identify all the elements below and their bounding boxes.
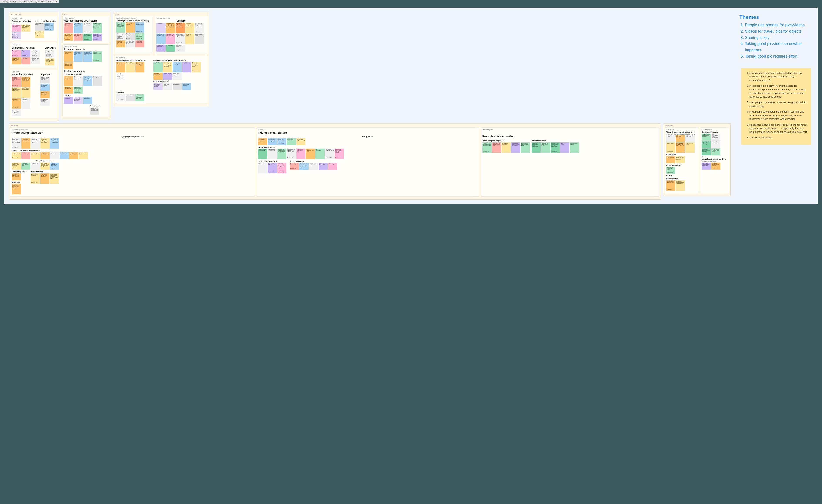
sticky-note[interactable]: photos because vidoes at 4k hard to capt… [35,31,44,38]
sticky-note[interactable]: minimed - do dark [163,73,172,80]
sticky-note[interactable]: Photos - digital cameraParticipant - WS [290,163,299,170]
sticky-note[interactable]: 'Good' means capture everything that she… [12,109,21,116]
sticky-note[interactable]: still frames but too many [570,142,579,153]
sticky-note[interactable]: Take videos only is rest intention of th… [135,22,144,33]
sticky-note[interactable]: Taking pictures mostly focus on social m… [64,76,73,86]
sticky-note[interactable]: Dislikes if they can see them but and fi… [277,163,286,173]
sticky-note[interactable]: Likes sharing these pictures and videos [73,97,83,104]
sticky-note[interactable]: dislike - light exposure - not right som… [12,173,21,180]
sticky-note[interactable]: pic is in movement [316,149,325,159]
sticky-note[interactable]: Wif better feature they can use [309,163,318,170]
sticky-note[interactable]: For photos, no - phone unlessParticipant… [83,23,92,33]
section-videos[interactable]: Videos Scenery, traveling, movement Trav… [113,12,209,106]
sticky-note[interactable]: camera can capture circumtanParticipant … [12,98,21,109]
sub-level[interactable]: Level of pro Beginner/Intermediate Defin… [10,43,57,68]
sticky-note[interactable]: Capture memory focus on [64,51,73,62]
sticky-note[interactable]: to be weird to preclect how it would tur… [12,163,21,170]
sticky-note[interactable]: Likes Physical experience [182,83,191,90]
sticky-note[interactable]: Screenrecor [156,23,165,33]
sub-clear-shot[interactable]: Clear shot Taking a clear picture Blurry… [257,127,479,197]
sticky-note[interactable]: Video - in she slides during video doesn… [175,23,185,33]
sticky-note[interactable]: videos is also to re-watch to actively w… [135,33,144,40]
sticky-note[interactable]: If traveling, I record either mode & vid… [116,22,125,33]
sticky-note[interactable]: Video when travelingParticipant - 9 [126,33,135,40]
sticky-note[interactable]: to airpark - EK [166,45,175,52]
sticky-note[interactable]: Takes a lot of pics when there is a view… [21,25,30,32]
sticky-note[interactable]: Pref camera [50,152,59,159]
sticky-note[interactable]: Intermediate [21,57,30,64]
sub-sharing[interactable]: Sharing with others To capture moments C… [62,44,109,117]
sticky-note[interactable]: Videos - takes them to share [135,40,144,47]
sticky-note[interactable]: Video taking like - Zooming feature - Mu… [135,62,144,72]
sticky-note[interactable]: use iphone for everything at theParticip… [172,62,182,72]
sticky-note[interactable]: Important as it's an important moment [40,84,50,91]
sticky-note[interactable]: With groups of pictures and short group … [83,51,92,62]
sticky-note[interactable]: like to take a selfie pics but not alway… [40,163,50,170]
sticky-note[interactable]: Doesn't use program or apss to enhance [702,148,711,155]
sticky-note[interactable]: Taking pictures at night in phones [258,149,267,159]
sticky-note[interactable]: Photo and I like to take pictures and vi… [12,57,21,64]
sub-photos-vs-videos[interactable]: Photos vs videos Photos more often than … [10,16,57,41]
sticky-note[interactable]: Photos - to share on media [93,76,102,86]
sticky-note[interactable]: Importance as somewhat - (willing 3) spe… [12,77,21,87]
sticky-note[interactable]: Something to change - nothing to change … [277,149,286,159]
section-nicetohave[interactable]: Nice-to-have Tips/advice Tips/Advice on … [663,123,731,196]
sub-people-enjoy[interactable]: People Enjoy… Shooting pictures/videos w… [115,55,208,103]
sticky-note[interactable]: What they put in photos - mostly shot [73,51,83,62]
sticky-note[interactable]: photos taking app - dislikes multiple co… [492,142,501,153]
sticky-note[interactable]: Defines himself as beginnerParticipant -… [12,50,21,57]
sticky-note[interactable]: Video taking experience - doesn't take t… [185,23,194,33]
sticky-note[interactable]: Videos - somehow need to compress to sto… [482,142,491,153]
section-painpoints[interactable]: Pain Points Photo taking takes work Phot… [9,123,661,200]
sticky-note[interactable]: taking a selfie to rotate to see [685,135,695,142]
sticky-note[interactable]: Camera mode: messaging services [153,83,162,90]
sticky-note[interactable]: Basic Tools such as crop, rotate, contra… [676,156,685,163]
sticky-note[interactable]: transferring files to movie [60,152,69,159]
sticky-note[interactable]: Film camera: dislikes the feel ofPartici… [325,149,334,159]
sticky-note[interactable]: take good pic come out hand still [287,138,296,145]
sticky-note[interactable]: Details do not look too best, concerns o… [12,138,21,149]
sticky-note[interactable]: Expound with Lightroom is a good job of … [335,149,344,159]
sticky-note[interactable]: Videos: concerns about video a little [21,163,30,170]
sticky-note[interactable]: TikTok video and Instagram stories [156,34,165,44]
sticky-note[interactable]: Think about -, focus, and hard to make [258,138,267,145]
sticky-note[interactable]: thinks one with the high quality has se … [702,163,711,170]
sticky-note[interactable]: generally use phone as it easyParticipan… [83,34,92,41]
sticky-note[interactable]: generally use phone as it at handyPartic… [116,73,125,80]
sub-importance[interactable]: Importance somewhat important Importance… [10,69,57,118]
sticky-note[interactable]: Occasionally posts a picture [64,87,73,94]
sticky-note[interactable]: Prefers phone - taking one- or two minut… [64,23,73,33]
findings-card[interactable]: most people take videos and photos for c… [742,68,811,145]
sticky-note[interactable]: Participant - YC [64,97,73,104]
sub-after-shot[interactable]: After taking shot Post-photo/video takin… [481,127,660,197]
sticky-note[interactable]: Dislike that they use their pics on phon… [521,142,530,153]
sticky-note[interactable]: shares. ProRol application allParticipan… [156,45,165,52]
sticky-note[interactable]: Videos - green screen v / friends or fam… [175,34,185,44]
sticky-note[interactable]: she did like it if it with friends and s… [166,34,175,44]
sticky-note[interactable]: imensely whole time [79,152,88,159]
sticky-note[interactable]: Phone set bar camera [163,83,172,90]
sticky-note[interactable]: Wants 'Capture + Checklist' modeParticip… [666,180,675,191]
sticky-note[interactable]: phone only, maybe the phone is their DSL… [93,34,102,41]
sticky-note[interactable]: 30 – 90 sec long style videos in pictur [126,40,135,47]
sticky-note[interactable]: video usually takes 20 sec or 1 minParti… [116,40,125,47]
document-tab[interactable]: Affinity Diagram - all participants - sy… [0,0,59,3]
sticky-note[interactable]: Doesn't like others' faces being photogr… [531,142,541,153]
sticky-note[interactable]: Prefer camera apps on e-likes is has vid… [163,62,172,72]
sticky-note[interactable]: Photos to take videos or pictures that's… [511,142,520,153]
sticky-note[interactable]: vck around 2x [31,163,40,170]
sticky-note[interactable]: Participant - ANS [83,97,92,104]
sticky-note[interactable]: Video: hold still take if the only [268,149,277,159]
sticky-note[interactable]: sometimes I have a video really hard to … [166,23,175,33]
sticky-note[interactable]: Film concerns - concerns - not hard [296,149,306,159]
sticky-note[interactable]: concern to general [560,142,569,153]
sticky-note[interactable]: Phone cammra. Likes: - can hold to zoom [116,62,125,72]
sticky-note[interactable]: interested in combining photo + digital … [676,180,685,191]
sticky-note[interactable]: Likes - all of it is about instinctive [126,62,135,72]
sticky-note[interactable]: composition advice [666,135,675,142]
sticky-note[interactable]: Anything with sky - all sky specific cam… [702,134,711,141]
sticky-note[interactable]: Variety good + wide angle pic [153,73,162,80]
sticky-note[interactable]: Excited but learned settings won't workP… [711,163,720,170]
sticky-note[interactable]: details - prefer camera apps [172,73,182,80]
sticky-note[interactable]: Digital Camera [172,83,182,90]
